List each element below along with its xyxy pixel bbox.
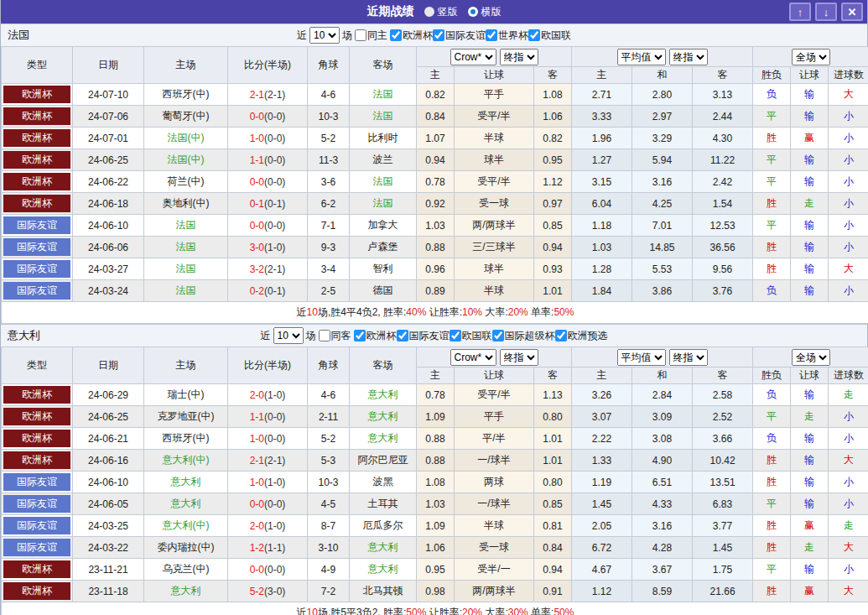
home-team-cell: 意大利(中) bbox=[144, 515, 228, 537]
league-type-cell: 国际友谊 bbox=[2, 493, 73, 515]
score-cell: 1-0(0-0) bbox=[228, 128, 308, 149]
same-venue-checkbox-label[interactable]: 同客 bbox=[319, 329, 351, 343]
league-type-cell: 欧洲杯 bbox=[2, 171, 73, 193]
same-venue-checkbox[interactable] bbox=[319, 330, 330, 341]
avg-draw-odds-cell: 3.67 bbox=[632, 559, 693, 581]
radio-vertical-layout[interactable]: 竖版 bbox=[424, 5, 458, 19]
same-venue-checkbox-label[interactable]: 同主 bbox=[355, 29, 387, 43]
corners-cell: 4-6 bbox=[308, 84, 350, 106]
recent-count-select[interactable]: 10 bbox=[309, 27, 340, 44]
league-checkbox-label[interactable]: 国际超级杯 bbox=[492, 329, 555, 343]
close-button[interactable]: ✕ bbox=[841, 3, 863, 21]
result-cell: 胜 bbox=[753, 472, 791, 493]
match-row: 欧洲杯24-06-21西班牙(中)1-0(0-0)5-2意大利0.88平/半1.… bbox=[2, 428, 868, 450]
avg-home-odds-cell: 1.33 bbox=[572, 450, 632, 472]
date-cell: 24-06-06 bbox=[73, 237, 144, 258]
league-checkbox[interactable] bbox=[486, 29, 497, 41]
league-checkbox[interactable] bbox=[450, 330, 461, 341]
date-cell: 23-11-21 bbox=[73, 559, 144, 581]
match-row: 国际友谊24-06-05意大利0-0(0-0)4-5土耳其1.03一/球半0.8… bbox=[2, 493, 868, 515]
result-cell: 胜 bbox=[753, 128, 791, 149]
league-checkbox[interactable] bbox=[492, 330, 504, 341]
ah-line-cell: 受一球 bbox=[455, 193, 534, 215]
league-checkbox-label[interactable]: 欧洲预选 bbox=[555, 329, 608, 343]
league-checkbox[interactable] bbox=[555, 330, 567, 341]
ah-result-cell: 输 bbox=[791, 428, 829, 450]
away-team-cell: 意大利 bbox=[350, 428, 417, 450]
goals-result-cell: 小 bbox=[829, 428, 868, 450]
result-cell: 平 bbox=[753, 106, 791, 128]
goals-result-cell: 小 bbox=[829, 106, 868, 128]
ah-result-cell: 赢 bbox=[791, 128, 829, 149]
league-checkbox-label[interactable]: 国际友谊 bbox=[397, 329, 450, 343]
league-checkbox-label[interactable]: 国际友谊 bbox=[433, 29, 486, 43]
radio-vertical-label[interactable]: 竖版 bbox=[438, 5, 458, 19]
avg-home-odds-cell: 1.18 bbox=[572, 215, 632, 237]
move-down-button[interactable]: ↓ bbox=[815, 3, 837, 21]
ah-line-cell: 平手 bbox=[455, 406, 534, 428]
ah-home-odds-cell: 1.03 bbox=[417, 493, 455, 515]
league-checkbox-label[interactable]: 欧国联 bbox=[528, 29, 571, 43]
bookmaker-select-group: Crow*终指 bbox=[417, 347, 572, 367]
ah-result-cell: 输 bbox=[791, 559, 829, 581]
move-up-button[interactable]: ↑ bbox=[789, 3, 811, 21]
bookmaker-select[interactable]: Crow* bbox=[450, 349, 496, 366]
league-checkbox[interactable] bbox=[354, 330, 366, 341]
goals-result-cell: 小 bbox=[829, 237, 868, 258]
team-name: 意大利 bbox=[8, 328, 40, 343]
section-head-italy: 意大利 近 10 场 同客 欧洲杯国际友谊欧国联国际超级杯欧洲预选 bbox=[1, 324, 867, 347]
recent-count-select[interactable]: 10 bbox=[273, 327, 304, 344]
radio-horizontal-icon[interactable] bbox=[468, 7, 478, 17]
league-checkbox-label[interactable]: 欧国联 bbox=[450, 329, 492, 343]
odds-time-select[interactable]: 终指 bbox=[500, 349, 538, 366]
corners-cell: 5-3 bbox=[308, 450, 350, 472]
odds-time-select[interactable]: 终指 bbox=[500, 49, 538, 65]
away-team-cell: 意大利 bbox=[350, 384, 417, 406]
league-checkbox[interactable] bbox=[528, 29, 540, 41]
away-team-cell: 比利时 bbox=[350, 128, 417, 149]
home-team-cell: 法国 bbox=[144, 237, 228, 258]
score-cell: 0-0(0-0) bbox=[228, 493, 308, 515]
league-checkbox[interactable] bbox=[433, 29, 444, 41]
goals-result-cell: 小 bbox=[829, 149, 868, 171]
scope-select-group: 全场 bbox=[753, 347, 868, 367]
ah-home-odds-cell: 0.92 bbox=[417, 193, 455, 215]
score-cell: 0-0(0-0) bbox=[228, 106, 308, 128]
avg-time-select[interactable]: 终指 bbox=[669, 349, 708, 366]
ah-away-odds-cell: 1.13 bbox=[534, 384, 572, 406]
scope-select[interactable]: 全场 bbox=[792, 49, 830, 65]
match-row: 国际友谊24-06-06法国3-0(1-0)9-3卢森堡0.88三/三球半0.9… bbox=[2, 237, 868, 258]
league-checkbox-label[interactable]: 世界杯 bbox=[486, 29, 528, 43]
bookmaker-select[interactable]: Crow* bbox=[450, 49, 496, 65]
radio-vertical-icon[interactable] bbox=[424, 7, 434, 17]
scope-select[interactable]: 全场 bbox=[792, 349, 830, 366]
league-checkbox[interactable] bbox=[390, 29, 402, 41]
radio-horizontal-layout[interactable]: 横版 bbox=[468, 5, 502, 19]
ah-result-cell: 输 bbox=[791, 450, 829, 472]
ah-away-odds-cell: 1.01 bbox=[534, 450, 572, 472]
avg-draw-odds-cell: 5.94 bbox=[632, 149, 693, 171]
same-venue-checkbox[interactable] bbox=[355, 29, 366, 41]
ah-result-cell: 输 bbox=[791, 106, 829, 128]
radio-horizontal-label[interactable]: 横版 bbox=[481, 5, 502, 19]
avg-odds-select[interactable]: 平均值 bbox=[617, 49, 666, 65]
corners-cell: 5-2 bbox=[308, 428, 350, 450]
league-checkbox[interactable] bbox=[397, 330, 408, 341]
avg-away-odds-cell: 2.58 bbox=[693, 384, 753, 406]
avg-away-odds-cell: 2.52 bbox=[693, 406, 753, 428]
avg-time-select[interactable]: 终指 bbox=[669, 49, 708, 65]
avg-draw-odds-cell: 3.16 bbox=[632, 515, 693, 537]
col-header-home: 主场 bbox=[144, 47, 228, 84]
avg-odds-select[interactable]: 平均值 bbox=[617, 349, 666, 366]
ah-home-odds-cell: 0.78 bbox=[417, 171, 455, 193]
home-team-cell: 西班牙(中) bbox=[144, 84, 228, 106]
league-checkbox-label[interactable]: 欧洲杯 bbox=[354, 329, 397, 343]
date-cell: 23-11-18 bbox=[73, 581, 144, 602]
league-type-cell: 国际友谊 bbox=[2, 215, 73, 237]
goals-result-cell: 大 bbox=[829, 537, 868, 559]
league-checkbox-label[interactable]: 欧洲杯 bbox=[390, 29, 433, 43]
summary-france: 近10场,胜4平4负2, 胜率:40% 让胜率:10% 大率:20% 单率:50… bbox=[2, 302, 868, 324]
match-row: 欧洲杯24-06-16意大利(中)2-1(2-1)5-3阿尔巴尼亚0.88一/球… bbox=[2, 450, 868, 472]
ah-home-odds-cell: 0.94 bbox=[417, 149, 455, 171]
avg-away-odds-cell: 3.76 bbox=[693, 280, 753, 302]
